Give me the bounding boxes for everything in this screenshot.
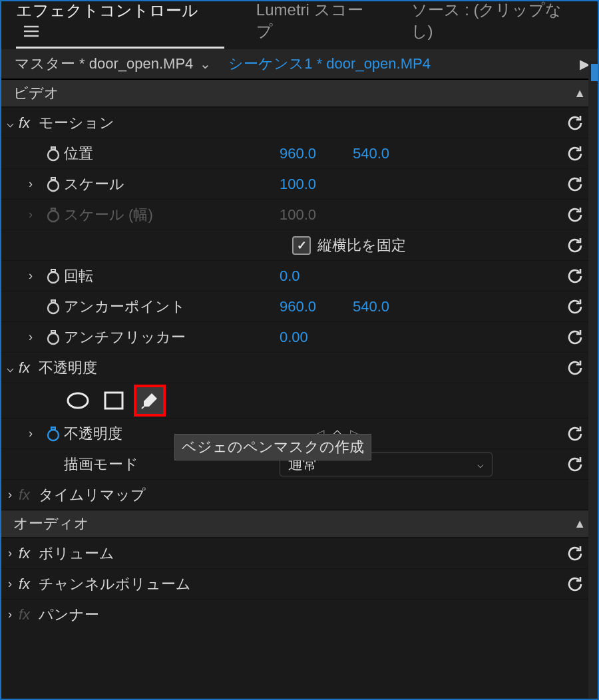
- checkbox-uniform-scale[interactable]: ✓: [292, 236, 311, 255]
- reset-icon[interactable]: [564, 357, 586, 379]
- reset-icon[interactable]: [564, 235, 586, 256]
- chevron-right-icon[interactable]: ›: [1, 577, 19, 591]
- effect-name-panner: パンナー: [39, 605, 99, 625]
- effect-row-motion[interactable]: ⌵ fx モーション: [1, 107, 598, 138]
- property-row-rotation: › 回転 0.0: [1, 260, 598, 291]
- master-clip-label[interactable]: マスター * door_open.MP4: [15, 54, 193, 74]
- reset-icon[interactable]: [564, 112, 586, 134]
- effect-name-opacity: 不透明度: [39, 358, 97, 378]
- svg-point-11: [48, 303, 59, 313]
- property-row-scale: › スケール 100.0: [1, 168, 598, 199]
- collapse-icon[interactable]: ▲: [574, 517, 586, 531]
- fx-badge-icon[interactable]: fx: [19, 114, 39, 132]
- reset-icon[interactable]: [564, 296, 586, 317]
- tooltip-pen-mask: ベジェのペンマスクの作成: [174, 434, 371, 460]
- chevron-right-icon[interactable]: ›: [1, 546, 19, 560]
- svg-rect-10: [51, 269, 55, 271]
- section-header-video-label: ビデオ: [13, 83, 59, 103]
- panel-tab-strip: エフェクトコントロール Lumetri スコープ ソース : (クリップなし): [1, 1, 598, 41]
- value-position-y[interactable]: 540.0: [353, 145, 426, 162]
- svg-rect-12: [51, 300, 55, 302]
- svg-rect-14: [51, 331, 55, 333]
- stopwatch-active-icon[interactable]: [43, 426, 64, 442]
- effect-row-volume[interactable]: › fx ボリューム: [1, 538, 598, 568]
- reset-icon[interactable]: [564, 174, 586, 195]
- rectangle-mask-icon[interactable]: [100, 387, 127, 414]
- effect-name-motion: モーション: [39, 113, 114, 133]
- value-rotation[interactable]: 0.0: [280, 267, 353, 285]
- chevron-down-icon[interactable]: ⌵: [1, 361, 19, 375]
- value-scale[interactable]: 100.0: [280, 176, 353, 193]
- sequence-clip-label[interactable]: シーケンス1 * door_open.MP4: [228, 54, 431, 74]
- property-label: 不透明度: [64, 424, 122, 444]
- chevron-down-icon: ⌵: [477, 458, 484, 470]
- reset-icon[interactable]: [564, 143, 586, 164]
- reset-icon[interactable]: [564, 265, 586, 287]
- chevron-right-icon[interactable]: ›: [19, 330, 43, 344]
- reset-icon[interactable]: [564, 423, 586, 444]
- tab-effect-controls[interactable]: エフェクトコントロール: [16, 0, 224, 49]
- property-label: 位置: [64, 144, 93, 164]
- reset-icon[interactable]: [564, 543, 586, 564]
- property-label: 描画モード: [64, 454, 138, 474]
- reset-icon[interactable]: [564, 204, 586, 226]
- scrollbar-track[interactable]: [588, 61, 598, 699]
- svg-point-13: [48, 333, 59, 344]
- section-header-audio-label: オーディオ: [13, 514, 89, 534]
- reset-icon[interactable]: [564, 454, 586, 475]
- mask-tools-row: [1, 383, 598, 418]
- fx-badge-icon[interactable]: fx: [19, 606, 39, 623]
- chevron-down-icon[interactable]: ⌄: [200, 56, 211, 72]
- value-scale-width: 100.0: [280, 206, 353, 224]
- checkbox-label: 縦横比を固定: [317, 236, 406, 256]
- property-label: スケール: [64, 174, 124, 194]
- chevron-right-icon[interactable]: ›: [19, 427, 43, 440]
- property-row-position: 位置 960.0 540.0: [1, 138, 598, 168]
- chevron-right-icon[interactable]: ›: [19, 177, 43, 191]
- stopwatch-icon[interactable]: [43, 299, 64, 315]
- value-antiflicker[interactable]: 0.00: [280, 329, 353, 346]
- property-row-anchor-point: アンカーポイント 960.0 540.0: [1, 291, 598, 321]
- stopwatch-icon[interactable]: [43, 268, 64, 284]
- section-header-video[interactable]: ビデオ ▲: [1, 79, 598, 107]
- effect-row-channel-volume[interactable]: › fx チャンネルボリューム: [1, 568, 598, 599]
- collapse-icon[interactable]: ▲: [574, 87, 586, 100]
- panel-menu-icon[interactable]: [24, 25, 39, 37]
- section-header-audio[interactable]: オーディオ ▲: [1, 510, 598, 538]
- fx-badge-icon[interactable]: fx: [19, 576, 39, 593]
- tab-lumetri-scopes[interactable]: Lumetri スコープ: [256, 0, 379, 49]
- property-label: アンチフリッカー: [64, 327, 186, 347]
- fx-badge-icon[interactable]: fx: [19, 486, 39, 504]
- effect-row-time-remap[interactable]: › fx タイムリマップ: [1, 479, 598, 510]
- chevron-right-icon[interactable]: ›: [19, 269, 43, 283]
- fx-badge-icon[interactable]: fx: [19, 359, 39, 377]
- svg-rect-4: [51, 147, 55, 149]
- timeline-playhead-marker[interactable]: [591, 64, 598, 81]
- svg-point-3: [48, 150, 59, 160]
- stopwatch-icon[interactable]: [43, 329, 64, 345]
- chevron-right-icon[interactable]: ›: [1, 488, 19, 502]
- chevron-right-icon[interactable]: ›: [1, 608, 19, 621]
- effect-row-opacity[interactable]: ⌵ fx 不透明度: [1, 352, 598, 383]
- pen-mask-icon[interactable]: [136, 387, 163, 414]
- tab-effect-controls-label: エフェクトコントロール: [16, 1, 198, 19]
- svg-point-9: [48, 272, 59, 283]
- clip-breadcrumb-bar: マスター * door_open.MP4 ⌄ シーケンス1 * door_ope…: [1, 49, 598, 79]
- tab-source[interactable]: ソース : (クリップなし): [411, 0, 584, 49]
- stopwatch-icon[interactable]: [43, 176, 64, 192]
- effect-row-panner[interactable]: › fx パンナー: [1, 599, 598, 629]
- fx-badge-icon[interactable]: fx: [19, 545, 39, 562]
- reset-icon[interactable]: [564, 574, 586, 595]
- value-position-x[interactable]: 960.0: [280, 145, 353, 162]
- value-anchor-x[interactable]: 960.0: [280, 298, 353, 315]
- svg-rect-16: [105, 393, 122, 409]
- svg-rect-18: [51, 427, 55, 429]
- value-anchor-y[interactable]: 540.0: [353, 298, 426, 315]
- effect-name-volume: ボリューム: [39, 544, 114, 564]
- ellipse-mask-icon[interactable]: [65, 387, 91, 414]
- chevron-down-icon[interactable]: ⌵: [1, 116, 19, 130]
- effect-name-channel-volume: チャンネルボリューム: [39, 574, 191, 594]
- stopwatch-icon[interactable]: [43, 146, 64, 162]
- svg-rect-6: [51, 178, 55, 180]
- reset-icon[interactable]: [564, 327, 586, 348]
